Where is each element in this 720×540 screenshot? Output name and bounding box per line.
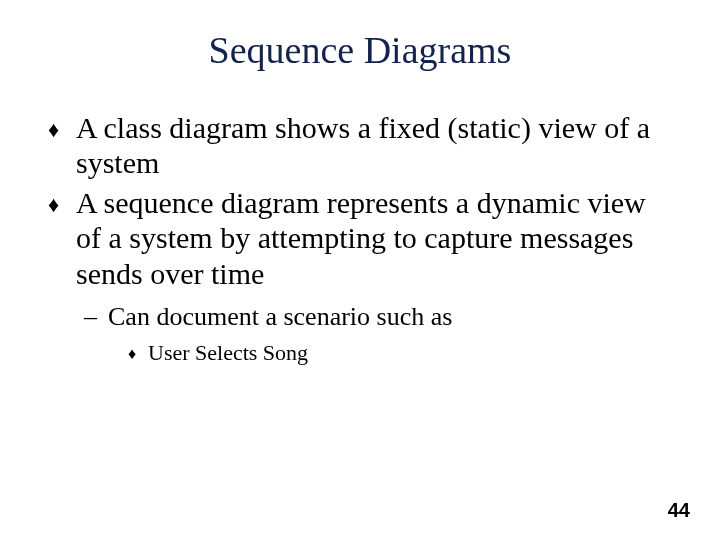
bullet-level3: ♦User Selects Song: [48, 340, 672, 366]
dash-icon: –: [84, 301, 108, 332]
slide-title: Sequence Diagrams: [0, 28, 720, 72]
slide: Sequence Diagrams ♦A class diagram shows…: [0, 0, 720, 540]
diamond-icon: ♦: [48, 117, 76, 143]
bullet-text: Can document a scenario such as: [108, 302, 452, 331]
slide-body: ♦A class diagram shows a fixed (static) …: [48, 110, 672, 371]
diamond-icon: ♦: [128, 344, 148, 363]
bullet-text: A sequence diagram represents a dynamic …: [76, 186, 646, 290]
bullet-level1: ♦A class diagram shows a fixed (static) …: [48, 110, 672, 181]
bullet-text: User Selects Song: [148, 340, 308, 365]
bullet-level1: ♦A sequence diagram represents a dynamic…: [48, 185, 672, 291]
bullet-text: A class diagram shows a fixed (static) v…: [76, 111, 650, 179]
bullet-level2: –Can document a scenario such as: [48, 301, 672, 332]
diamond-icon: ♦: [48, 192, 76, 218]
page-number: 44: [668, 499, 690, 522]
